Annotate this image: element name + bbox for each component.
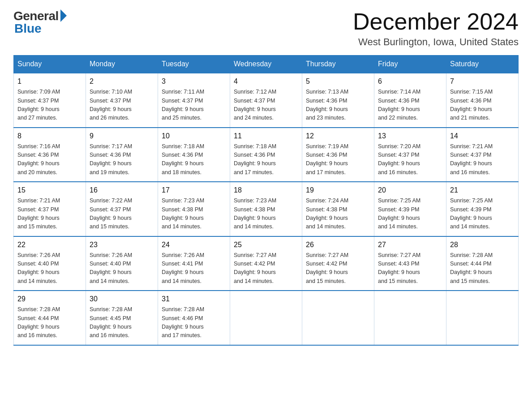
- day-number: 13: [378, 131, 442, 141]
- day-info: Sunrise: 7:11 AMSunset: 4:37 PMDaylight:…: [162, 88, 226, 123]
- day-info: Sunrise: 7:27 AMSunset: 4:42 PMDaylight:…: [306, 251, 370, 286]
- day-info: Sunrise: 7:23 AMSunset: 4:38 PMDaylight:…: [162, 197, 226, 231]
- day-number: 1: [17, 76, 82, 87]
- logo-arrow-icon: [60, 9, 67, 22]
- day-number: 23: [90, 240, 154, 250]
- day-info: Sunrise: 7:21 AMSunset: 4:37 PMDaylight:…: [450, 142, 515, 177]
- day-info: Sunrise: 7:26 AMSunset: 4:40 PMDaylight:…: [90, 251, 154, 286]
- calendar-cell: 4Sunrise: 7:12 AMSunset: 4:37 PMDaylight…: [230, 73, 302, 128]
- calendar-cell: 25Sunrise: 7:27 AMSunset: 4:42 PMDayligh…: [230, 236, 302, 291]
- day-info: Sunrise: 7:16 AMSunset: 4:36 PMDaylight:…: [17, 142, 82, 177]
- day-info: Sunrise: 7:28 AMSunset: 4:46 PMDaylight:…: [162, 305, 226, 340]
- day-info: Sunrise: 7:18 AMSunset: 4:36 PMDaylight:…: [162, 142, 226, 177]
- day-number: 4: [234, 76, 298, 87]
- calendar-cell: 1Sunrise: 7:09 AMSunset: 4:37 PMDaylight…: [14, 73, 86, 128]
- calendar-cell: 17Sunrise: 7:23 AMSunset: 4:38 PMDayligh…: [158, 182, 230, 236]
- day-info: Sunrise: 7:28 AMSunset: 4:45 PMDaylight:…: [90, 305, 154, 340]
- day-number: 10: [162, 131, 226, 141]
- day-number: 16: [90, 185, 154, 196]
- day-info: Sunrise: 7:21 AMSunset: 4:37 PMDaylight:…: [17, 197, 82, 231]
- day-number: 17: [162, 185, 226, 196]
- day-number: 29: [17, 294, 82, 304]
- day-info: Sunrise: 7:13 AMSunset: 4:36 PMDaylight:…: [306, 88, 370, 123]
- week-row-1: 1Sunrise: 7:09 AMSunset: 4:37 PMDaylight…: [14, 73, 519, 128]
- calendar-cell: 14Sunrise: 7:21 AMSunset: 4:37 PMDayligh…: [446, 128, 519, 182]
- calendar-cell: 15Sunrise: 7:21 AMSunset: 4:37 PMDayligh…: [14, 182, 86, 236]
- header-cell-saturday: Saturday: [446, 56, 519, 73]
- day-number: 21: [450, 185, 515, 196]
- calendar-cell: 10Sunrise: 7:18 AMSunset: 4:36 PMDayligh…: [158, 128, 230, 182]
- day-number: 12: [306, 131, 370, 141]
- day-number: 15: [17, 185, 82, 196]
- week-row-2: 8Sunrise: 7:16 AMSunset: 4:36 PMDaylight…: [14, 128, 519, 182]
- calendar-cell: [446, 291, 519, 345]
- day-info: Sunrise: 7:10 AMSunset: 4:37 PMDaylight:…: [90, 88, 154, 123]
- week-row-3: 15Sunrise: 7:21 AMSunset: 4:37 PMDayligh…: [14, 182, 519, 236]
- calendar-cell: 12Sunrise: 7:19 AMSunset: 4:36 PMDayligh…: [302, 128, 374, 182]
- calendar-cell: 28Sunrise: 7:28 AMSunset: 4:44 PMDayligh…: [446, 236, 519, 291]
- day-number: 20: [378, 185, 442, 196]
- day-info: Sunrise: 7:23 AMSunset: 4:38 PMDaylight:…: [234, 197, 298, 231]
- day-number: 2: [90, 76, 154, 87]
- calendar-cell: 11Sunrise: 7:18 AMSunset: 4:36 PMDayligh…: [230, 128, 302, 182]
- header-row: SundayMondayTuesdayWednesdayThursdayFrid…: [14, 56, 519, 73]
- day-number: 27: [378, 240, 442, 250]
- header-cell-monday: Monday: [86, 56, 158, 73]
- header-cell-sunday: Sunday: [14, 56, 86, 73]
- day-number: 22: [17, 240, 82, 250]
- calendar-cell: 27Sunrise: 7:27 AMSunset: 4:43 PMDayligh…: [374, 236, 446, 291]
- day-info: Sunrise: 7:22 AMSunset: 4:37 PMDaylight:…: [90, 197, 154, 231]
- calendar-cell: [374, 291, 446, 345]
- calendar-cell: 31Sunrise: 7:28 AMSunset: 4:46 PMDayligh…: [158, 291, 230, 345]
- header: General Blue December 2024 West Burlingt…: [13, 9, 519, 48]
- day-info: Sunrise: 7:14 AMSunset: 4:36 PMDaylight:…: [378, 88, 442, 123]
- calendar-cell: 23Sunrise: 7:26 AMSunset: 4:40 PMDayligh…: [86, 236, 158, 291]
- day-number: 31: [162, 294, 226, 304]
- day-info: Sunrise: 7:26 AMSunset: 4:40 PMDaylight:…: [17, 251, 82, 286]
- calendar-cell: [230, 291, 302, 345]
- day-number: 19: [306, 185, 370, 196]
- header-cell-wednesday: Wednesday: [230, 56, 302, 73]
- day-info: Sunrise: 7:09 AMSunset: 4:37 PMDaylight:…: [17, 88, 82, 123]
- header-cell-friday: Friday: [374, 56, 446, 73]
- day-number: 7: [450, 76, 515, 87]
- calendar-cell: 8Sunrise: 7:16 AMSunset: 4:36 PMDaylight…: [14, 128, 86, 182]
- calendar-cell: 3Sunrise: 7:11 AMSunset: 4:37 PMDaylight…: [158, 73, 230, 128]
- calendar-cell: 2Sunrise: 7:10 AMSunset: 4:37 PMDaylight…: [86, 73, 158, 128]
- day-number: 11: [234, 131, 298, 141]
- day-number: 24: [162, 240, 226, 250]
- logo: General Blue: [13, 9, 67, 36]
- calendar-cell: 9Sunrise: 7:17 AMSunset: 4:36 PMDaylight…: [86, 128, 158, 182]
- week-row-5: 29Sunrise: 7:28 AMSunset: 4:44 PMDayligh…: [14, 291, 519, 345]
- day-info: Sunrise: 7:26 AMSunset: 4:41 PMDaylight:…: [162, 251, 226, 286]
- calendar-cell: 20Sunrise: 7:25 AMSunset: 4:39 PMDayligh…: [374, 182, 446, 236]
- day-info: Sunrise: 7:25 AMSunset: 4:39 PMDaylight:…: [450, 197, 515, 231]
- day-number: 18: [234, 185, 298, 196]
- day-info: Sunrise: 7:17 AMSunset: 4:36 PMDaylight:…: [90, 142, 154, 177]
- day-info: Sunrise: 7:19 AMSunset: 4:36 PMDaylight:…: [306, 142, 370, 177]
- day-info: Sunrise: 7:28 AMSunset: 4:44 PMDaylight:…: [17, 305, 82, 340]
- calendar-cell: 30Sunrise: 7:28 AMSunset: 4:45 PMDayligh…: [86, 291, 158, 345]
- day-number: 14: [450, 131, 515, 141]
- day-number: 5: [306, 76, 370, 87]
- calendar-title: December 2024: [353, 9, 519, 34]
- calendar-cell: 18Sunrise: 7:23 AMSunset: 4:38 PMDayligh…: [230, 182, 302, 236]
- day-info: Sunrise: 7:20 AMSunset: 4:37 PMDaylight:…: [378, 142, 442, 177]
- day-number: 26: [306, 240, 370, 250]
- calendar-cell: 6Sunrise: 7:14 AMSunset: 4:36 PMDaylight…: [374, 73, 446, 128]
- calendar-subtitle: West Burlington, Iowa, United States: [353, 36, 519, 48]
- day-info: Sunrise: 7:27 AMSunset: 4:43 PMDaylight:…: [378, 251, 442, 286]
- day-info: Sunrise: 7:12 AMSunset: 4:37 PMDaylight:…: [234, 88, 298, 123]
- day-info: Sunrise: 7:25 AMSunset: 4:39 PMDaylight:…: [378, 197, 442, 231]
- calendar-cell: 16Sunrise: 7:22 AMSunset: 4:37 PMDayligh…: [86, 182, 158, 236]
- day-info: Sunrise: 7:15 AMSunset: 4:36 PMDaylight:…: [450, 88, 515, 123]
- day-info: Sunrise: 7:27 AMSunset: 4:42 PMDaylight:…: [234, 251, 298, 286]
- day-info: Sunrise: 7:24 AMSunset: 4:38 PMDaylight:…: [306, 197, 370, 231]
- header-cell-tuesday: Tuesday: [158, 56, 230, 73]
- calendar-cell: 26Sunrise: 7:27 AMSunset: 4:42 PMDayligh…: [302, 236, 374, 291]
- calendar-cell: 7Sunrise: 7:15 AMSunset: 4:36 PMDaylight…: [446, 73, 519, 128]
- day-info: Sunrise: 7:28 AMSunset: 4:44 PMDaylight:…: [450, 251, 515, 286]
- week-row-4: 22Sunrise: 7:26 AMSunset: 4:40 PMDayligh…: [14, 236, 519, 291]
- day-info: Sunrise: 7:18 AMSunset: 4:36 PMDaylight:…: [234, 142, 298, 177]
- calendar-cell: 21Sunrise: 7:25 AMSunset: 4:39 PMDayligh…: [446, 182, 519, 236]
